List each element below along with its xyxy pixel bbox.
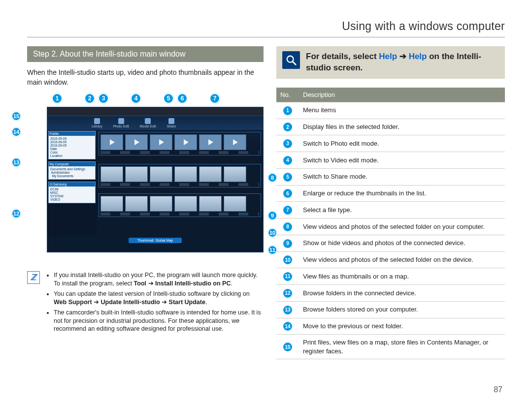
left-column: Step 2. About the Intelli-studio main wi… bbox=[27, 46, 264, 359]
callout-14: 14 bbox=[11, 127, 21, 137]
row-number-badge: 2 bbox=[283, 123, 292, 131]
callout-15: 15 bbox=[11, 111, 21, 121]
row-number-badge: 11 bbox=[283, 272, 292, 281]
callout-4: 4 bbox=[131, 93, 141, 104]
callout-5: 5 bbox=[163, 93, 174, 104]
table-row: 10View videos and photos of the selected… bbox=[276, 251, 505, 268]
table-row: 6Enlarge or reduce the thumbnails in the… bbox=[276, 185, 505, 202]
callout-13: 13 bbox=[11, 157, 21, 167]
callout-12: 12 bbox=[11, 209, 21, 219]
magnifier-icon bbox=[282, 51, 300, 69]
row-number-badge: 5 bbox=[283, 173, 292, 182]
table-row: 7Select a file type. bbox=[276, 202, 505, 219]
row-description: Move to the previous or next folder. bbox=[299, 318, 505, 335]
row-number-badge: 8 bbox=[283, 222, 292, 231]
row-description: Menu items bbox=[299, 102, 505, 119]
row-description: Switch to Share mode. bbox=[299, 168, 505, 185]
row-description: View videos and photos of the selected f… bbox=[299, 219, 505, 235]
row-description: Switch to Photo edit mode. bbox=[299, 135, 505, 152]
row-number-badge: 9 bbox=[283, 239, 292, 248]
table-row: 9Show or hide videos and photos of the c… bbox=[276, 235, 505, 251]
row-description: Display files in the selected folder. bbox=[299, 119, 505, 135]
col-description: Description bbox=[299, 88, 505, 102]
callout-8: 8 bbox=[267, 173, 277, 183]
content-columns: Step 2. About the Intelli-studio main wi… bbox=[27, 46, 505, 359]
row-description: Browse folders in the connected device. bbox=[299, 285, 505, 302]
note-2: You can update the latest version of Int… bbox=[54, 290, 264, 307]
description-table: No. Description 1Menu items2Display file… bbox=[276, 88, 505, 360]
row-number-badge: 6 bbox=[283, 189, 292, 198]
row-number-badge: 15 bbox=[283, 343, 292, 351]
note-box: ℤ If you install Intelli-studio on your … bbox=[27, 271, 264, 335]
svg-line-1 bbox=[293, 62, 296, 64]
row-description: Enlarge or reduce the thumbnails in the … bbox=[299, 185, 505, 202]
table-row: 15Print files, view files on a map, stor… bbox=[276, 335, 505, 359]
row-description: View videos and photos of the selected f… bbox=[299, 251, 505, 268]
row-number-badge: 3 bbox=[283, 139, 292, 148]
col-no: No. bbox=[276, 88, 299, 102]
callout-6: 6 bbox=[177, 93, 188, 104]
table-row: 3Switch to Photo edit mode. bbox=[276, 135, 505, 152]
callout-2: 2 bbox=[84, 93, 95, 104]
callout-10: 10 bbox=[267, 228, 277, 238]
table-row: 2Display files in the selected folder. bbox=[276, 119, 505, 135]
app-screenshot: Library Photo Edit Movie Edit Share Fold… bbox=[47, 107, 264, 252]
step-header: Step 2. About the Intelli-studio main wi… bbox=[27, 46, 264, 62]
row-number-badge: 13 bbox=[283, 306, 292, 314]
row-description: Browse folders stored on your computer. bbox=[299, 301, 505, 318]
row-description: View files as thumbnails or on a map. bbox=[299, 268, 505, 285]
note-icon: ℤ bbox=[27, 271, 40, 284]
table-row: 11View files as thumbnails or on a map. bbox=[276, 268, 505, 285]
table-row: 14Move to the previous or next folder. bbox=[276, 318, 505, 335]
row-number-badge: 14 bbox=[283, 322, 292, 331]
row-description: Show or hide videos and photos of the co… bbox=[299, 235, 505, 251]
help-callout: For details, select Help ➔ Help on the I… bbox=[276, 46, 505, 79]
row-number-badge: 1 bbox=[283, 106, 292, 115]
table-row: 4Switch to Video edit mode. bbox=[276, 152, 505, 169]
row-number-badge: 4 bbox=[283, 156, 292, 165]
row-description: Switch to Video edit mode. bbox=[299, 152, 505, 169]
callout-7: 7 bbox=[209, 93, 220, 104]
page-title: Using with a windows computer bbox=[27, 20, 505, 37]
callout-1: 1 bbox=[52, 93, 63, 104]
note-1: If you install Intelli-studio on your PC… bbox=[54, 271, 264, 288]
row-description: Select a file type. bbox=[299, 202, 505, 219]
callout-9: 9 bbox=[267, 211, 277, 220]
manual-page: Using with a windows computer Step 2. Ab… bbox=[0, 0, 532, 374]
table-row: 12Browse folders in the connected device… bbox=[276, 285, 505, 302]
note-3: The camcorder's built-in Intelli-studio … bbox=[54, 309, 264, 334]
page-number: 87 bbox=[494, 385, 502, 394]
intro-text: When the Intelli-studio starts up, video… bbox=[27, 68, 264, 87]
annotated-screenshot: 1 2 3 4 5 6 7 15 14 13 bbox=[27, 94, 264, 257]
callout-3: 3 bbox=[98, 93, 109, 104]
right-column: For details, select Help ➔ Help on the I… bbox=[276, 46, 505, 359]
help-text: For details, select Help ➔ Help on the I… bbox=[306, 51, 499, 74]
table-row: 13Browse folders stored on your computer… bbox=[276, 301, 505, 318]
row-description: Print files, view files on a map, store … bbox=[299, 335, 505, 359]
row-number-badge: 7 bbox=[283, 206, 292, 215]
callout-11: 11 bbox=[267, 245, 277, 255]
table-row: 1Menu items bbox=[276, 102, 505, 119]
row-number-badge: 10 bbox=[283, 255, 292, 264]
row-number-badge: 12 bbox=[283, 289, 292, 298]
note-list: If you install Intelli-studio on your PC… bbox=[45, 271, 264, 335]
table-row: 8View videos and photos of the selected … bbox=[276, 219, 505, 235]
table-row: 5Switch to Share mode. bbox=[276, 168, 505, 185]
